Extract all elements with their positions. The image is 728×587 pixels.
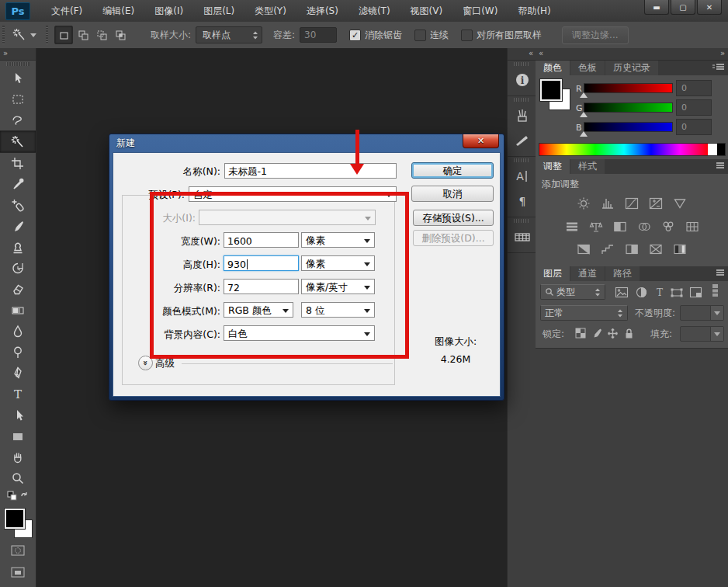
- red-value-field[interactable]: 0: [676, 80, 712, 96]
- photo-filter-button[interactable]: [635, 219, 653, 234]
- menu-view[interactable]: 视图(V): [400, 0, 453, 22]
- selection-add-button[interactable]: [75, 26, 92, 43]
- dock-collapse-button[interactable]: »: [720, 48, 725, 60]
- color-spectrum-ramp[interactable]: [539, 143, 709, 156]
- channel-mixer-button[interactable]: [659, 219, 678, 234]
- cancel-button[interactable]: 取消: [411, 186, 494, 202]
- color-balance-button[interactable]: [587, 219, 605, 234]
- dodge-tool[interactable]: [0, 342, 36, 363]
- rectangle-tool[interactable]: [0, 425, 36, 446]
- filter-toggle-button[interactable]: [710, 283, 719, 297]
- swap-colors-control[interactable]: [0, 488, 36, 504]
- exposure-button[interactable]: [647, 196, 665, 211]
- history-brush-tool[interactable]: [0, 258, 36, 279]
- zoom-tool[interactable]: [0, 467, 36, 488]
- menu-edit[interactable]: 编辑(E): [92, 0, 144, 22]
- lock-transparency-button[interactable]: [573, 326, 588, 340]
- brush-tool[interactable]: [0, 216, 36, 237]
- quick-mask-button[interactable]: [0, 541, 36, 560]
- fill-dropdown[interactable]: [680, 326, 724, 342]
- adjustments-panel-menu-button[interactable]: [712, 162, 725, 171]
- menu-image[interactable]: 图像(I): [144, 0, 193, 22]
- selective-color-button[interactable]: [647, 241, 665, 257]
- tab-history[interactable]: 历史记录: [605, 61, 658, 75]
- tab-paths[interactable]: 路径: [605, 266, 640, 281]
- lock-position-button[interactable]: [605, 326, 620, 340]
- crop-tool[interactable]: [0, 153, 36, 174]
- hand-tool[interactable]: [0, 446, 36, 467]
- ok-button[interactable]: 确定: [411, 162, 494, 179]
- info-panel-button[interactable]: i: [508, 68, 536, 92]
- eyedropper-tool[interactable]: [0, 174, 36, 195]
- tolerance-input[interactable]: 30: [300, 27, 337, 43]
- dock-grip[interactable]: [514, 219, 530, 223]
- antialias-checkbox[interactable]: ✓: [349, 30, 361, 41]
- black-white-button[interactable]: [611, 219, 629, 234]
- brush-panel-button[interactable]: [508, 128, 536, 153]
- dock-expand-button[interactable]: «: [508, 48, 536, 61]
- green-slider-marker[interactable]: [580, 112, 588, 117]
- color-panel-menu-button[interactable]: [712, 63, 725, 72]
- sample-all-layers-checkbox[interactable]: [461, 30, 473, 41]
- path-selection-tool[interactable]: [0, 405, 36, 425]
- dialog-close-button[interactable]: ✕: [463, 134, 499, 148]
- blue-value-field[interactable]: 0: [676, 119, 712, 135]
- menu-select[interactable]: 选择(S): [296, 0, 348, 22]
- menu-type[interactable]: 类型(Y): [244, 0, 296, 22]
- spot-healing-tool[interactable]: [0, 195, 36, 216]
- red-slider-marker[interactable]: [580, 92, 588, 98]
- contiguous-checkbox[interactable]: [414, 30, 426, 41]
- dialog-titlebar[interactable]: 新建 ✕: [109, 134, 504, 152]
- brush-presets-panel-button[interactable]: [508, 103, 536, 128]
- layer-filter-dropdown[interactable]: 类型: [540, 284, 605, 300]
- menu-help[interactable]: 帮助(H): [508, 0, 560, 22]
- blue-slider-marker[interactable]: [580, 131, 588, 137]
- dock-grip[interactable]: [514, 62, 530, 66]
- selection-intersect-button[interactable]: [112, 26, 129, 43]
- menu-filter[interactable]: 滤镜(T): [348, 0, 400, 22]
- selection-subtract-button[interactable]: [93, 26, 110, 43]
- tab-adjustments[interactable]: 调整: [536, 159, 570, 174]
- vibrance-button[interactable]: [671, 196, 689, 211]
- tab-layers[interactable]: 图层: [536, 266, 570, 281]
- filter-pixel-layers-button[interactable]: [614, 285, 629, 299]
- lock-pixels-button[interactable]: [588, 326, 604, 340]
- delete-preset-button[interactable]: 删除预设(D)...: [413, 230, 494, 246]
- filter-type-layers-button[interactable]: T: [652, 285, 667, 299]
- toolbar-collapse-button[interactable]: »: [0, 48, 36, 61]
- paragraph-panel-button[interactable]: ¶: [508, 189, 536, 214]
- green-value-field[interactable]: 0: [676, 99, 712, 116]
- marquee-tool[interactable]: [0, 89, 36, 109]
- filter-adjustment-layers-button[interactable]: [633, 285, 649, 299]
- lock-all-button[interactable]: [621, 326, 636, 340]
- hue-saturation-button[interactable]: [563, 219, 581, 234]
- clone-stamp-tool[interactable]: [0, 237, 36, 258]
- blur-tool[interactable]: [0, 321, 36, 342]
- tab-styles[interactable]: 样式: [570, 159, 605, 174]
- filter-smart-objects-button[interactable]: [688, 285, 703, 299]
- layers-panel-menu-button[interactable]: [712, 269, 725, 278]
- threshold-button[interactable]: [622, 241, 641, 257]
- spectrum-black-chip[interactable]: [717, 143, 726, 156]
- tab-channels[interactable]: 通道: [570, 266, 605, 281]
- layers-list[interactable]: [536, 348, 728, 587]
- invert-button[interactable]: [574, 241, 593, 257]
- pen-tool[interactable]: [0, 363, 36, 384]
- green-slider[interactable]: [584, 102, 673, 113]
- color-lookup-button[interactable]: [683, 219, 702, 234]
- dock-grip[interactable]: [514, 158, 530, 162]
- dock-collapse-left-icon[interactable]: «: [539, 48, 543, 60]
- tab-color[interactable]: 颜色: [536, 61, 570, 75]
- lasso-tool[interactable]: [0, 109, 36, 130]
- blend-mode-dropdown[interactable]: 正常: [540, 305, 628, 321]
- options-bar-grip[interactable]: [2, 26, 5, 44]
- gradient-map-button[interactable]: [671, 241, 689, 257]
- save-preset-button[interactable]: 存储预设(S)...: [413, 210, 494, 226]
- foreground-color-swatch[interactable]: [5, 509, 25, 529]
- opacity-dropdown[interactable]: [680, 305, 724, 321]
- screen-mode-button[interactable]: [0, 563, 36, 582]
- name-input[interactable]: 未标题-1: [224, 163, 397, 179]
- filter-shape-layers-button[interactable]: [669, 285, 685, 299]
- levels-button[interactable]: [598, 196, 617, 211]
- refine-edge-button[interactable]: 调整边缘...: [562, 26, 628, 44]
